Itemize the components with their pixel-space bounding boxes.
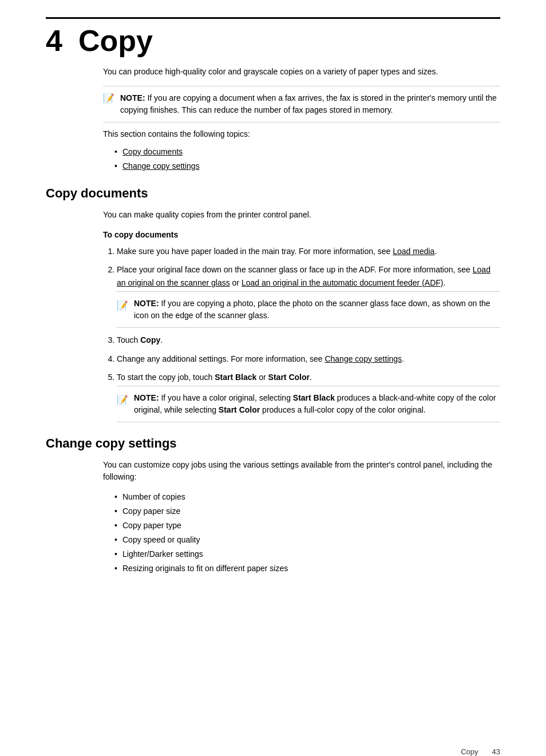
note-content-step2: NOTE: If you are copying a photo, place … bbox=[134, 298, 500, 322]
note-icon-step2: 📝 bbox=[117, 298, 129, 313]
step1-text-before: Make sure you have paper loaded in the m… bbox=[117, 247, 393, 256]
intro-note-text: If you are copying a document when a fax… bbox=[120, 93, 497, 114]
note-label-step5: NOTE: bbox=[134, 393, 159, 402]
note-icon-step5: 📝 bbox=[117, 393, 129, 407]
footer-page: 43 bbox=[492, 747, 500, 756]
note-content-step5: NOTE: If you have a color original, sele… bbox=[134, 392, 500, 416]
copy-step-1: Make sure you have paper loaded in the m… bbox=[117, 245, 500, 258]
note-step5-bold2: Start Color bbox=[219, 405, 260, 414]
step5-text-after: . bbox=[310, 373, 312, 382]
copy-step-5: To start the copy job, touch Start Black… bbox=[117, 371, 500, 422]
step2-link2[interactable]: Load an original in the automatic docume… bbox=[242, 278, 444, 287]
copy-settings-list: Number of copies Copy paper size Copy pa… bbox=[114, 491, 500, 575]
step2-text-middle: or bbox=[230, 278, 242, 287]
copy-step-4: Change any additional settings. For more… bbox=[117, 353, 500, 365]
change-copy-settings-heading: Change copy settings bbox=[46, 436, 500, 451]
step4-text-after: . bbox=[402, 354, 404, 363]
change-copy-settings-body: You can customize copy jobs using the va… bbox=[103, 459, 500, 483]
toc-link-copy-documents[interactable]: Copy documents bbox=[122, 147, 183, 156]
note-text-step5-before: If you have a color original, selecting bbox=[161, 393, 292, 402]
setting-item-3: Copy paper type bbox=[114, 520, 500, 532]
note-box-step2: 📝 NOTE: If you are copying a photo, plac… bbox=[117, 291, 500, 328]
setting-item-1: Number of copies bbox=[114, 491, 500, 503]
note-text-step5-end: produces a full-color copy of the color … bbox=[260, 405, 425, 414]
page-container: 4 Copy You can produce high-quality colo… bbox=[0, 17, 546, 756]
intro-note-content: NOTE: If you are copying a document when… bbox=[120, 92, 500, 116]
setting-item-5: Lighter/Darker settings bbox=[114, 548, 500, 560]
footer-label: Copy bbox=[461, 747, 478, 756]
chapter-number: 4 bbox=[46, 26, 62, 56]
step3-bold: Copy bbox=[140, 335, 160, 345]
step1-link[interactable]: Load media bbox=[393, 247, 434, 256]
toc-intro: This section contains the following topi… bbox=[103, 128, 500, 140]
copy-documents-heading: Copy documents bbox=[46, 186, 500, 201]
step3-text-before: Touch bbox=[117, 335, 140, 345]
toc-item-change-copy-settings: Change copy settings bbox=[114, 160, 500, 172]
setting-item-4: Copy speed or quality bbox=[114, 534, 500, 546]
intro-note-box: 📝 NOTE: If you are copying a document wh… bbox=[103, 86, 500, 122]
step5-text-before: To start the copy job, touch bbox=[117, 373, 215, 382]
intro-paragraph: You can produce high-quality color and g… bbox=[103, 66, 500, 78]
step2-text-after: . bbox=[443, 278, 445, 287]
note-icon: 📝 bbox=[103, 93, 116, 104]
step5-text-middle: or bbox=[256, 373, 268, 382]
setting-item-2: Copy paper size bbox=[114, 505, 500, 517]
step1-text-after: . bbox=[434, 247, 437, 256]
note-box-step5: 📝 NOTE: If you have a color original, se… bbox=[117, 386, 500, 422]
chapter-heading: 4 Copy bbox=[46, 26, 500, 56]
copy-documents-body: You can make quality copies from the pri… bbox=[103, 209, 500, 221]
step3-text-after: . bbox=[160, 335, 163, 345]
change-copy-settings-section: Change copy settings You can customize c… bbox=[46, 436, 500, 575]
copy-documents-section: Copy documents You can make quality copi… bbox=[46, 186, 500, 422]
toc-item-copy-documents: Copy documents bbox=[114, 146, 500, 158]
to-copy-documents-subheading: To copy documents bbox=[103, 230, 500, 239]
toc-list: Copy documents Change copy settings bbox=[114, 146, 500, 172]
note-text-step2: If you are copying a photo, place the ph… bbox=[134, 299, 490, 320]
copy-steps-list: Make sure you have paper loaded in the m… bbox=[103, 245, 500, 422]
step5-bold1: Start Black bbox=[215, 373, 256, 382]
top-rule bbox=[46, 17, 500, 19]
toc-link-change-copy-settings[interactable]: Change copy settings bbox=[122, 161, 200, 171]
intro-note-label: NOTE: bbox=[120, 93, 145, 102]
note-label-step2: NOTE: bbox=[134, 299, 159, 308]
copy-step-3: Touch Copy. bbox=[117, 334, 500, 346]
step5-bold2: Start Color bbox=[268, 373, 310, 382]
copy-step-2: Place your original face down on the sca… bbox=[117, 263, 500, 328]
step2-text-before: Place your original face down on the sca… bbox=[117, 265, 473, 274]
chapter-title: Copy bbox=[78, 26, 153, 56]
step4-text-before: Change any additional settings. For more… bbox=[117, 354, 325, 363]
footer: Copy 43 bbox=[461, 747, 500, 756]
step4-link[interactable]: Change copy settings bbox=[325, 354, 402, 363]
setting-item-6: Resizing originals to fit on different p… bbox=[114, 563, 500, 575]
note-step5-bold1: Start Black bbox=[293, 393, 335, 402]
